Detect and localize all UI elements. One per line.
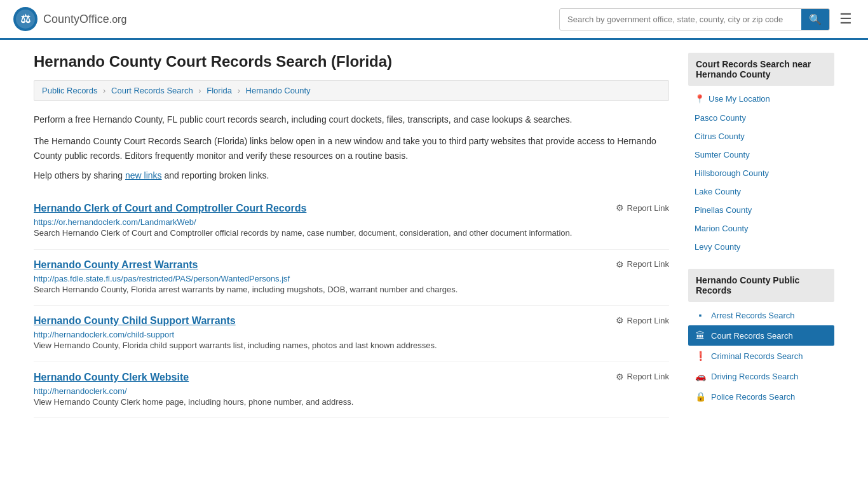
nearby-county-item[interactable]: Marion County (688, 219, 834, 238)
result-title-1[interactable]: Hernando County Arrest Warrants (34, 259, 198, 271)
description-1: Perform a free Hernando County, FL publi… (34, 112, 669, 126)
report-icon: ⚙ (616, 315, 624, 325)
result-desc-1: Search Hernando County, Florida arrest w… (34, 283, 669, 296)
result-url-1[interactable]: http://pas.fdle.state.fl.us/pas/restrict… (34, 274, 290, 283)
report-link-1[interactable]: ⚙ Report Link (616, 259, 669, 269)
description-2: The Hernando County Court Records Search… (34, 134, 669, 163)
public-records-section: Hernando County Public Records ▪ Arrest … (688, 269, 834, 407)
logo-area: ⚖ CountyOffice.org (13, 6, 126, 32)
report-icon: ⚙ (616, 203, 624, 213)
nearby-county-item[interactable]: Levy County (688, 238, 834, 256)
svg-text:⚖: ⚖ (20, 13, 31, 25)
breadcrumb-florida[interactable]: Florida (207, 86, 232, 95)
record-icon-1: 🏛 (695, 330, 706, 341)
result-header: Hernando Clerk of Court and Comptroller … (34, 203, 669, 214)
content-area: Hernando County Court Records Search (Fl… (34, 53, 669, 419)
new-links[interactable]: new links (125, 170, 162, 180)
nearby-county-link-5[interactable]: Pinellas County (695, 205, 752, 215)
location-pin-icon: 📍 (695, 94, 705, 104)
site-header: ⚖ CountyOffice.org 🔍 ☰ (0, 0, 868, 40)
result-header: Hernando County Child Support Warrants ⚙… (34, 315, 669, 327)
public-record-item-2[interactable]: ❗ Criminal Records Search (688, 346, 834, 366)
result-url-2[interactable]: http://hernandoclerk.com/child-support (34, 330, 174, 339)
public-record-item-3[interactable]: 🚗 Driving Records Search (688, 366, 834, 386)
result-header: Hernando County Clerk Website ⚙ Report L… (34, 372, 669, 383)
results-list: Hernando Clerk of Court and Comptroller … (34, 193, 669, 418)
nearby-county-item[interactable]: Lake County (688, 182, 834, 201)
nearby-county-link-1[interactable]: Citrus County (695, 132, 745, 141)
result-title-3[interactable]: Hernando County Clerk Website (34, 372, 189, 383)
search-button[interactable]: 🔍 (801, 9, 829, 30)
record-link-4[interactable]: Police Records Search (711, 392, 795, 402)
logo-text: CountyOffice.org (43, 13, 126, 26)
record-icon-4: 🔒 (695, 391, 706, 402)
nearby-county-link-0[interactable]: Pasco County (695, 113, 746, 123)
header-right: 🔍 ☰ (559, 8, 855, 30)
result-header: Hernando County Arrest Warrants ⚙ Report… (34, 259, 669, 271)
search-bar: 🔍 (559, 8, 830, 30)
nearby-section: Court Records Search near Hernando Count… (688, 53, 834, 256)
result-title-0[interactable]: Hernando Clerk of Court and Comptroller … (34, 203, 306, 214)
logo-icon: ⚖ (13, 6, 38, 32)
report-link-0[interactable]: ⚙ Report Link (616, 203, 669, 213)
breadcrumb-court-records[interactable]: Court Records Search (111, 86, 193, 95)
report-link-3[interactable]: ⚙ Report Link (616, 372, 669, 382)
result-item: Hernando County Clerk Website ⚙ Report L… (34, 362, 669, 419)
nearby-county-link-3[interactable]: Hillsborough County (695, 168, 769, 178)
public-record-item-4[interactable]: 🔒 Police Records Search (688, 386, 834, 407)
report-icon: ⚙ (616, 372, 624, 382)
record-link-2[interactable]: Criminal Records Search (711, 351, 803, 361)
result-desc-3: View Hernando County Clerk home page, in… (34, 396, 669, 409)
result-title-2[interactable]: Hernando County Child Support Warrants (34, 315, 236, 327)
main-container: Hernando County Court Records Search (Fl… (21, 40, 847, 432)
page-title: Hernando County Court Records Search (Fl… (34, 53, 669, 71)
nearby-county-link-2[interactable]: Sumter County (695, 150, 750, 159)
result-desc-0: Search Hernando Clerk of Court and Compt… (34, 227, 669, 240)
nearby-county-item[interactable]: Pinellas County (688, 201, 834, 219)
report-link-2[interactable]: ⚙ Report Link (616, 315, 669, 325)
nearby-county-item[interactable]: Pasco County (688, 109, 834, 127)
report-icon: ⚙ (616, 259, 624, 269)
record-icon-2: ❗ (695, 351, 706, 361)
breadcrumb: Public Records › Court Records Search › … (34, 80, 669, 101)
menu-button[interactable]: ☰ (836, 8, 855, 30)
breadcrumb-public-records[interactable]: Public Records (42, 86, 97, 95)
nearby-county-link-7[interactable]: Levy County (695, 242, 740, 252)
nearby-heading: Court Records Search near Hernando Count… (688, 53, 834, 86)
nearby-county-item[interactable]: Citrus County (688, 127, 834, 146)
nearby-county-item[interactable]: Sumter County (688, 146, 834, 164)
breadcrumb-hernando[interactable]: Hernando County (246, 86, 311, 95)
nearby-county-link-6[interactable]: Marion County (695, 224, 749, 233)
result-desc-2: View Hernando County, Florida child supp… (34, 339, 669, 352)
public-record-item-1[interactable]: 🏛 Court Records Search (688, 325, 834, 346)
record-link-0[interactable]: Arrest Records Search (711, 311, 795, 320)
result-item: Hernando Clerk of Court and Comptroller … (34, 193, 669, 250)
result-url-0[interactable]: https://or.hernandoclerk.com/LandmarkWeb… (34, 217, 196, 227)
nearby-county-link-4[interactable]: Lake County (695, 187, 741, 196)
record-link-3[interactable]: Driving Records Search (711, 372, 798, 381)
result-url-3[interactable]: http://hernandoclerk.com/ (34, 386, 127, 396)
use-location[interactable]: 📍 Use My Location (688, 89, 834, 109)
public-record-item-0[interactable]: ▪ Arrest Records Search (688, 305, 834, 325)
public-records-list: ▪ Arrest Records Search 🏛 Court Records … (688, 305, 834, 407)
nearby-counties-list: Pasco CountyCitrus CountySumter CountyHi… (688, 109, 834, 256)
public-records-heading: Hernando County Public Records (688, 269, 834, 302)
search-input[interactable] (560, 10, 801, 29)
record-icon-3: 🚗 (695, 371, 706, 381)
record-icon-0: ▪ (695, 310, 706, 320)
sidebar: Court Records Search near Hernando Count… (688, 53, 834, 419)
result-item: Hernando County Child Support Warrants ⚙… (34, 306, 669, 362)
result-item: Hernando County Arrest Warrants ⚙ Report… (34, 250, 669, 306)
share-text: Help others by sharing new links and rep… (34, 170, 669, 180)
nearby-county-item[interactable]: Hillsborough County (688, 164, 834, 182)
record-link-1[interactable]: Court Records Search (711, 331, 793, 341)
